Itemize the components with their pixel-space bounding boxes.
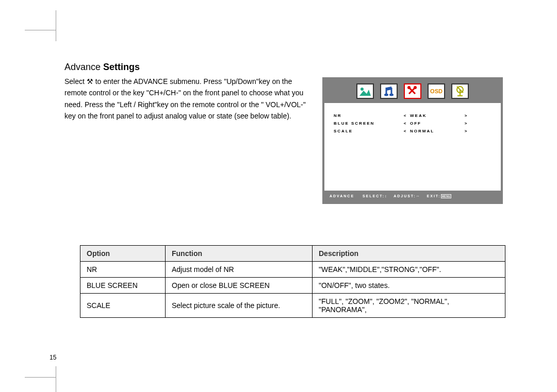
tools-icon xyxy=(404,83,421,99)
options-table: Option Function Description NR Adjust mo… xyxy=(80,245,505,318)
osd-screenshot: OSD NR < WEAK > BLUE SCREEN < OFF > SCAL… xyxy=(322,77,503,204)
th-description: Description xyxy=(313,246,505,262)
th-option: Option xyxy=(80,246,166,262)
osd-icon-bar: OSD xyxy=(324,79,501,103)
svg-point-1 xyxy=(361,88,364,91)
title-part2: Settings xyxy=(101,62,140,72)
table-row: NR Adjust model of NR "WEAK","MIDDLE","S… xyxy=(80,262,505,278)
osd-footer: ADVANCE SELECT:↕ ADJUST:↔ EXIT:MENU xyxy=(324,191,501,202)
sound-icon xyxy=(380,83,398,99)
title-part1: Advance xyxy=(64,62,101,72)
osd-settings-list: NR < WEAK > BLUE SCREEN < OFF > SCALE < … xyxy=(324,103,501,191)
table-row: SCALE Select picture scale of the pictur… xyxy=(80,294,505,318)
picture-icon xyxy=(356,83,374,99)
th-function: Function xyxy=(166,246,313,262)
svg-point-2 xyxy=(384,94,388,96)
osd-row-bluescreen: BLUE SCREEN < OFF > xyxy=(334,121,492,126)
svg-point-3 xyxy=(389,94,394,96)
svg-point-5 xyxy=(414,86,417,89)
crop-mark-top-left xyxy=(25,21,56,41)
description-text: Select ⚒ to enter the ADVANCE submenu. P… xyxy=(64,76,312,122)
osd-menu-icon: OSD xyxy=(428,83,445,99)
table-row: BLUE SCREEN Open or close BLUE SCREEN "O… xyxy=(80,278,505,294)
svg-point-4 xyxy=(407,86,411,89)
osd-row-scale: SCALE < NORMAL > xyxy=(334,129,492,133)
antenna-icon xyxy=(451,83,469,99)
osd-row-nr: NR < WEAK > xyxy=(334,113,492,118)
page-number: 15 xyxy=(50,354,56,361)
page-title: Advance Settings xyxy=(64,62,529,73)
